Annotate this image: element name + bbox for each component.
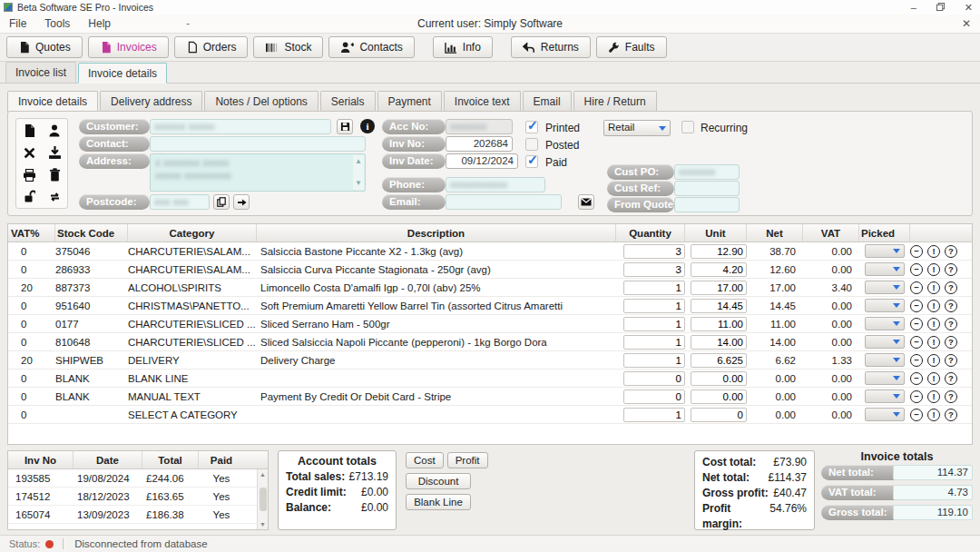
line-info-icon[interactable]: ! [927, 281, 940, 294]
scroll-up-icon[interactable]: ▲ [260, 471, 266, 478]
minimize-button[interactable]: – [911, 0, 916, 15]
subtab-invoice-details[interactable]: Invoice details [7, 91, 98, 112]
customer-button[interactable] [42, 119, 67, 142]
line-info-icon[interactable]: ! [927, 390, 940, 403]
item-quantity-input[interactable] [623, 353, 685, 368]
invoice-type-select[interactable]: Retail [603, 120, 671, 136]
remove-line-icon[interactable]: − [910, 300, 923, 312]
profit-button[interactable]: Profit [447, 452, 488, 468]
line-info-icon[interactable]: ! [927, 263, 940, 276]
customer-field[interactable]: xxxxxx xxxxx [150, 119, 331, 134]
line-info-icon[interactable]: ! [927, 318, 940, 330]
cust-ref-field[interactable] [674, 181, 740, 196]
menu-help[interactable]: Help [79, 15, 120, 32]
contact-field[interactable] [150, 136, 366, 152]
close-button[interactable]: ✕ [965, 0, 973, 15]
line-help-icon[interactable]: ? [945, 390, 957, 403]
line-info-icon[interactable]: ! [927, 354, 940, 367]
remove-line-icon[interactable]: − [910, 336, 923, 349]
subtab-email[interactable]: Email [523, 91, 572, 112]
item-unit-input[interactable] [691, 244, 747, 259]
toolbar-stock-button[interactable]: Stock [253, 36, 323, 58]
delete-line-button[interactable] [42, 164, 67, 186]
unlock-button[interactable] [16, 186, 42, 208]
save-button[interactable] [42, 142, 67, 163]
toolbar-info-button[interactable]: Info [433, 36, 493, 58]
item-quantity-input[interactable] [623, 335, 685, 350]
item-unit-input[interactable] [691, 262, 747, 277]
remove-line-icon[interactable]: − [910, 372, 923, 385]
item-picked-dropdown[interactable] [865, 353, 905, 367]
cost-button[interactable]: Cost [406, 452, 444, 468]
item-picked-dropdown[interactable] [865, 317, 905, 330]
menu-file[interactable]: File [0, 15, 35, 32]
item-unit-input[interactable] [691, 408, 747, 422]
item-quantity-input[interactable] [623, 408, 685, 422]
item-unit-input[interactable] [691, 281, 747, 295]
remove-line-icon[interactable]: − [910, 263, 923, 276]
subtab-payment[interactable]: Payment [377, 91, 442, 112]
recurring-checkbox[interactable] [681, 121, 694, 133]
line-info-icon[interactable]: ! [927, 245, 940, 258]
email-field[interactable] [446, 194, 562, 210]
paid-checkbox[interactable] [525, 155, 538, 168]
remove-line-icon[interactable]: − [910, 281, 923, 294]
item-unit-input[interactable] [691, 353, 747, 368]
address-field[interactable]: x xxxxxxx xxxxx xxxxx xxxxxxxxx ▲▼ [150, 153, 366, 192]
refresh-button[interactable] [42, 186, 67, 208]
item-unit-input[interactable] [691, 371, 747, 386]
inv-no-field[interactable]: 202684 [446, 136, 513, 152]
toolbar-quotes-button[interactable]: Quotes [6, 36, 83, 58]
new-record-button[interactable] [16, 119, 42, 142]
line-help-icon[interactable]: ? [945, 263, 957, 276]
scroll-down-icon[interactable]: ▼ [260, 521, 266, 527]
address-scrollbar[interactable]: ▲▼ [353, 155, 364, 190]
item-quantity-input[interactable] [623, 281, 685, 295]
line-info-icon[interactable]: ! [927, 300, 940, 312]
toolbar-returns-button[interactable]: Returns [511, 36, 591, 58]
item-quantity-input[interactable] [623, 244, 685, 259]
send-email-icon[interactable] [578, 194, 594, 210]
copy-postcode-icon[interactable] [213, 194, 230, 210]
tab-invoice-details[interactable]: Invoice details [78, 63, 167, 84]
item-picked-dropdown[interactable] [865, 262, 905, 276]
item-unit-input[interactable] [691, 389, 747, 404]
posted-checkbox[interactable] [525, 138, 538, 151]
subtab-serials[interactable]: Serials [320, 91, 376, 112]
remove-line-icon[interactable]: − [910, 318, 923, 330]
subtab-notes-del-options[interactable]: Notes / Del options [204, 91, 318, 112]
line-info-icon[interactable]: ! [927, 409, 940, 421]
blank-line-button[interactable]: Blank Line [406, 494, 471, 510]
item-quantity-input[interactable] [623, 299, 685, 313]
delete-record-button[interactable] [16, 142, 42, 163]
item-picked-dropdown[interactable] [865, 299, 905, 312]
item-unit-input[interactable] [691, 335, 747, 350]
subtab-invoice-text[interactable]: Invoice text [444, 91, 521, 112]
remove-line-icon[interactable]: − [910, 390, 923, 403]
inv-date-field[interactable]: 09/12/2024 [446, 153, 518, 169]
item-unit-input[interactable] [691, 317, 747, 331]
line-info-icon[interactable]: ! [927, 336, 940, 349]
line-info-icon[interactable]: ! [927, 372, 940, 385]
save-customer-icon[interactable] [337, 119, 353, 134]
toolbar-faults-button[interactable]: Faults [596, 36, 667, 58]
subtab-delivery-address[interactable]: Delivery address [100, 91, 202, 112]
line-help-icon[interactable]: ? [945, 245, 957, 258]
line-help-icon[interactable]: ? [945, 372, 957, 385]
item-picked-dropdown[interactable] [865, 244, 905, 258]
item-picked-dropdown[interactable] [865, 408, 905, 421]
toolbar-contacts-button[interactable]: Contacts [328, 36, 414, 58]
tab-invoice-list[interactable]: Invoice list [5, 62, 76, 83]
history-row[interactable]: 165074 13/09/2023 £186.38 Yes [8, 506, 268, 524]
line-help-icon[interactable]: ? [945, 318, 957, 330]
line-help-icon[interactable]: ? [945, 300, 957, 312]
history-scrollbar[interactable]: ▲▼ [257, 469, 268, 529]
restore-button[interactable] [936, 0, 945, 15]
cust-po-field[interactable]: xxxxxxx [674, 164, 740, 180]
item-quantity-input[interactable] [623, 317, 685, 331]
item-picked-dropdown[interactable] [865, 335, 905, 349]
item-picked-dropdown[interactable] [865, 371, 905, 385]
scroll-up-icon[interactable]: ▲ [355, 155, 362, 168]
scrollbar-thumb[interactable] [260, 488, 267, 511]
remove-line-icon[interactable]: − [910, 409, 923, 421]
